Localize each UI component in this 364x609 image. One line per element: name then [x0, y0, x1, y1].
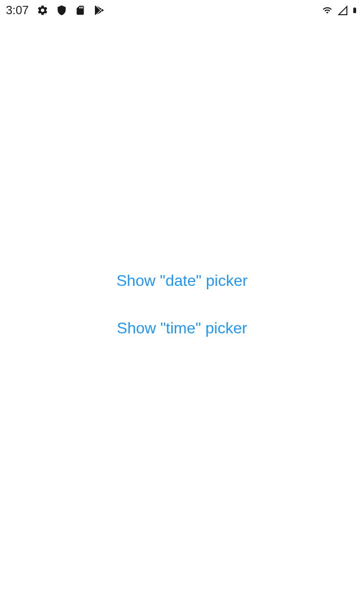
- main-content: Show "date" picker Show "time" picker: [0, 0, 364, 609]
- show-time-picker-button[interactable]: Show "time" picker: [117, 319, 247, 337]
- show-date-picker-button[interactable]: Show "date" picker: [116, 272, 248, 290]
